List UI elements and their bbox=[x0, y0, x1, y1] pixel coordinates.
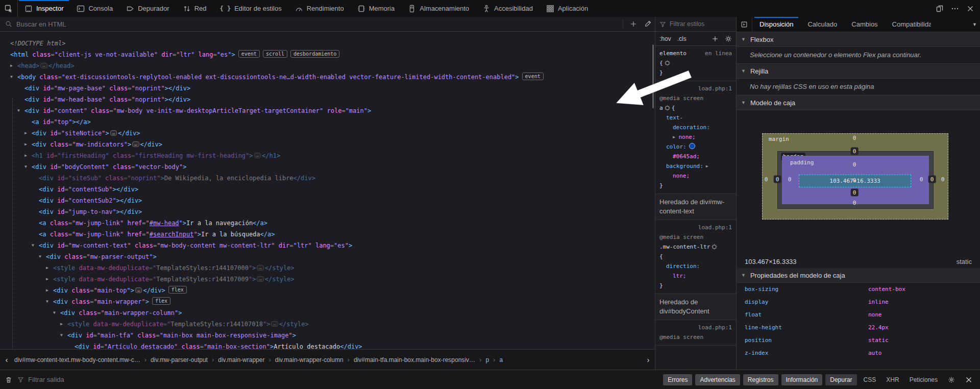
collapse-twisty-icon[interactable]: ▼ bbox=[53, 307, 59, 319]
css-property-value[interactable]: none; bbox=[675, 134, 696, 140]
css-property-name[interactable]: decoration: bbox=[673, 124, 710, 131]
expand-inline-icon[interactable]: … bbox=[271, 321, 278, 327]
tab-almacenamiento[interactable]: Almacenamiento bbox=[401, 0, 476, 17]
html-search-input[interactable]: Buscar en HTML bbox=[0, 20, 620, 28]
tab-consola[interactable]: Consola bbox=[70, 0, 119, 17]
markup-line[interactable]: <div id="contentSub2"></div> bbox=[0, 195, 655, 206]
markup-line[interactable]: <a class="mw-jump-link" href="#searchInp… bbox=[0, 229, 655, 240]
property-value[interactable]: inline bbox=[868, 296, 889, 308]
margin-bottom-value[interactable]: 0 bbox=[853, 200, 856, 206]
property-value[interactable]: content-box bbox=[868, 283, 905, 296]
markup-badge[interactable]: desbordamiento bbox=[290, 50, 339, 58]
markup-line[interactable]: ▼<div class="main-wrapper-column"> bbox=[0, 307, 655, 319]
console-filter-información[interactable]: Información bbox=[781, 374, 823, 385]
breadcrumb-item[interactable]: div#main-tfa.main-box.main-box-responsiv… bbox=[353, 355, 476, 365]
margin-top-value[interactable]: 0 bbox=[853, 135, 856, 141]
expand-twisty-icon[interactable]: ▶ bbox=[24, 128, 31, 139]
selector-highlighter-icon[interactable] bbox=[665, 60, 670, 66]
markup-line[interactable]: ▼<body class="ext-discussiontools-replyt… bbox=[0, 71, 655, 83]
markup-line[interactable]: ▶<style data-mw-deduplicate="TemplateSty… bbox=[0, 274, 655, 285]
markup-line[interactable]: ▶<div class="mw-indicators">…</div> bbox=[0, 139, 655, 150]
expand-twisty-icon[interactable]: ▶ bbox=[60, 319, 66, 330]
markup-line[interactable]: <a class="mw-jump-link" href="#mw-head">… bbox=[0, 217, 655, 229]
property-value[interactable]: static bbox=[868, 334, 889, 347]
eyedropper-button[interactable] bbox=[641, 18, 655, 30]
markup-badge[interactable]: flex bbox=[152, 297, 170, 305]
markup-line[interactable]: ▼<div id="bodyContent" class="vector-bod… bbox=[0, 161, 655, 173]
class-toggle[interactable]: .cls bbox=[677, 35, 687, 42]
sidebar-tab-disposición[interactable]: Disposición bbox=[752, 17, 800, 32]
tab-memoria[interactable]: Memoria bbox=[351, 0, 402, 17]
selector-highlighter-icon[interactable] bbox=[665, 105, 670, 111]
devtools-menu-button[interactable] bbox=[948, 2, 962, 15]
markup-line[interactable]: ▼<div id="mw-content-text" class="mw-bod… bbox=[0, 240, 655, 251]
breadcrumb-item[interactable]: div#mw-content-text.mw-body-content.mw-c… bbox=[13, 355, 141, 365]
css-property-name[interactable]: background: bbox=[666, 163, 703, 169]
filter-output-input[interactable]: Filtrar salida bbox=[17, 376, 64, 383]
breadcrumb-item[interactable]: p bbox=[484, 355, 490, 365]
margin-left-value[interactable]: 0 bbox=[765, 176, 768, 183]
sidebar-tab-cambios[interactable]: Cambios bbox=[844, 17, 885, 32]
expand-twisty-icon[interactable]: ▶ bbox=[46, 285, 52, 296]
console-filter-advertencias[interactable]: Advertencias bbox=[695, 374, 740, 385]
markup-badge[interactable]: scroll bbox=[263, 50, 287, 58]
tab-aplicación[interactable]: Aplicación bbox=[540, 0, 595, 17]
console-filter-depurar[interactable]: Depurar bbox=[825, 374, 856, 385]
console-filter-css[interactable]: CSS bbox=[860, 374, 880, 385]
console-filter-errores[interactable]: Errores bbox=[663, 374, 692, 385]
section-boxmodel-properties-header[interactable]: ▼ Propiedades del modelo de caja bbox=[737, 268, 980, 283]
close-split-console-button[interactable] bbox=[962, 376, 976, 384]
clear-console-button[interactable] bbox=[0, 376, 17, 383]
padding-left-value[interactable]: 0 bbox=[788, 176, 792, 183]
markup-line[interactable]: ▼<div id="content" class="mw-body ve-ini… bbox=[0, 105, 655, 116]
color-swatch[interactable] bbox=[689, 143, 695, 149]
tab-rendimiento[interactable]: Rendimiento bbox=[288, 0, 351, 17]
markup-line[interactable]: ▶<head>…</head> bbox=[0, 60, 655, 71]
markup-scrollbar[interactable] bbox=[652, 44, 654, 108]
sidebar-tab-compatibilidad[interactable]: Compatibilidad bbox=[885, 17, 931, 32]
pseudo-class-toggle[interactable]: :hov bbox=[659, 35, 671, 42]
breadcrumb-item[interactable]: a bbox=[498, 355, 504, 365]
node-picker-button[interactable] bbox=[0, 0, 18, 17]
tab-editor-de-estilos[interactable]: { }Editor de estilos bbox=[213, 0, 288, 17]
collapse-twisty-icon[interactable]: ▼ bbox=[46, 296, 52, 307]
css-property-name[interactable]: text- bbox=[666, 114, 683, 121]
section-flexbox-header[interactable]: ▼ Flexbox bbox=[737, 32, 980, 47]
add-rule-icon[interactable] bbox=[712, 35, 719, 42]
markup-line[interactable]: <div id="mw-head-base" class="noprint"><… bbox=[0, 94, 655, 105]
border-left-value[interactable]: 0 bbox=[774, 176, 781, 183]
collapse-twisty-icon[interactable]: ▼ bbox=[24, 161, 31, 173]
breadcrumb-item[interactable]: div.mw-parser-output bbox=[150, 355, 209, 365]
expand-inline-icon[interactable]: … bbox=[132, 141, 139, 147]
all-tabs-menu-button[interactable]: ▼ bbox=[969, 17, 980, 32]
sidebar-tab-calculado[interactable]: Calculado bbox=[800, 17, 844, 32]
expand-inline-icon[interactable]: … bbox=[257, 265, 263, 271]
markup-line[interactable]: ▶<h1 id="firstHeading" class="firstHeadi… bbox=[0, 150, 655, 161]
rule-source-link[interactable]: load.php:1 bbox=[698, 223, 732, 232]
collapse-twisty-icon[interactable]: ▼ bbox=[10, 71, 16, 83]
css-property-value[interactable]: ltr; bbox=[673, 273, 687, 279]
markup-line[interactable]: ▼<div class="mw-parser-output"> bbox=[0, 251, 655, 262]
expand-inline-icon[interactable]: … bbox=[135, 287, 142, 293]
console-filter-xhr[interactable]: XHR bbox=[883, 374, 902, 385]
breadcrumb-item[interactable]: div.main-wrapper-column bbox=[274, 355, 345, 365]
breadcrumb-scroll-right[interactable]: › bbox=[642, 355, 655, 364]
padding-right-value[interactable]: 0 bbox=[920, 176, 923, 183]
section-boxmodel-header[interactable]: ▼ Modelo de caja bbox=[737, 95, 980, 110]
expand-inline-icon[interactable]: … bbox=[40, 63, 47, 68]
expand-twisty-icon[interactable]: ▶ bbox=[24, 139, 31, 150]
markup-line[interactable]: ▶<style data-mw-deduplicate="TemplateSty… bbox=[0, 319, 655, 330]
sidebar-toggle-button[interactable] bbox=[737, 17, 752, 32]
selector-highlighter-icon[interactable] bbox=[712, 244, 717, 250]
markup-badge[interactable]: flex bbox=[168, 286, 187, 294]
markup-line[interactable]: ▶<div class="main-top">…</div>flex bbox=[0, 285, 655, 296]
tab-depurador[interactable]: Depurador bbox=[119, 0, 176, 17]
markup-line[interactable]: <div id="mw-page-base" class="noprint"><… bbox=[0, 83, 655, 94]
markup-line[interactable]: <html class="client-js ve-not-available"… bbox=[0, 49, 655, 60]
padding-top-value[interactable]: 0 bbox=[853, 161, 856, 168]
collapse-twisty-icon[interactable]: ▼ bbox=[39, 251, 45, 262]
breadcrumb-item[interactable]: div.main-wrapper bbox=[217, 355, 265, 365]
rule-source-link[interactable]: en línea bbox=[705, 48, 732, 58]
expand-inline-icon[interactable]: … bbox=[257, 276, 263, 282]
tab-inspector[interactable]: Inspector bbox=[18, 0, 70, 17]
